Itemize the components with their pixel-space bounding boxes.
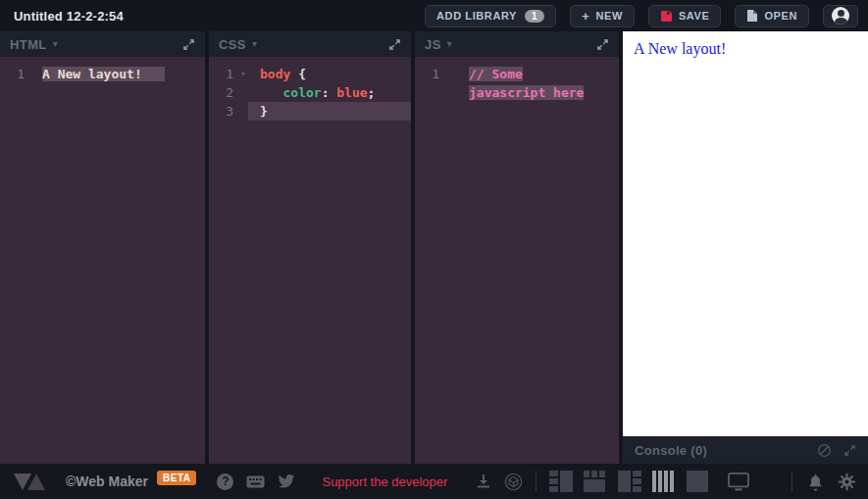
code-token: // Some [469,67,523,81]
add-library-button[interactable]: ADD LIBRARY 1 [425,5,556,27]
fold-caret-icon[interactable]: ▾ [238,65,248,83]
code-text: } [248,102,411,121]
fold-gutter [444,65,457,83]
code-token: color [282,85,321,100]
code-text: javascript here [457,83,619,102]
download-icon[interactable] [476,474,491,489]
account-button[interactable] [823,5,858,27]
library-count-badge: 1 [525,10,544,23]
bell-gear-group [807,473,856,491]
code-text: color: blue; [248,83,411,102]
code-text: body { [248,65,411,83]
code-line: 1// Some [415,65,619,83]
code-token: } [260,104,268,119]
code-token: : [322,85,337,100]
expand-pane-icon[interactable] [182,38,195,51]
beta-badge: BETA [157,471,196,485]
layout-preview-only-icon[interactable] [687,470,710,493]
css-pane: CSS ▾ 1▾body {2 color: blue;3} [209,31,411,464]
code-token: ; [368,85,376,100]
user-avatar-icon [832,7,849,25]
save-button[interactable]: SAVE [648,5,722,27]
footer-divider [791,471,792,492]
code-token: blue [336,85,367,100]
topbar: Untitled 12-2-2:54 ADD LIBRARY 1 + NEW S… [0,0,868,31]
chevron-down-icon[interactable]: ▾ [252,39,257,49]
code-token: A New layout! [42,67,142,81]
preview-iframe[interactable]: A New layout! [623,31,868,436]
save-floppy-icon [660,10,673,23]
footer-toolbar: ©Web Maker BETA ? Support the developer [0,464,868,499]
document-title[interactable]: Untitled 12-2-2:54 [14,9,124,24]
fold-gutter [444,83,457,102]
main-area: HTML ▾ 1A New layout! CSS ▾ 1▾body {2 co… [0,31,868,464]
code-line: javascript here [415,83,619,102]
code-line: 1▾body { [209,65,411,83]
console-label: Console (0) [635,443,707,458]
new-button[interactable]: + NEW [570,5,635,27]
line-number: 1 [0,65,29,83]
css-editor[interactable]: 1▾body {2 color: blue;3} [209,57,411,464]
plus-icon: + [582,9,589,24]
layout-editors-left-icon[interactable] [549,470,573,493]
help-icon[interactable]: ? [217,474,233,490]
html-pane-title[interactable]: HTML [10,37,47,52]
layout-mode-group [549,470,750,493]
footer-right-group [791,471,856,492]
css-pane-title[interactable]: CSS [219,37,246,52]
css-pane-header: CSS ▾ [209,31,411,57]
expand-pane-icon[interactable] [388,38,401,51]
twitter-icon[interactable] [278,474,295,489]
code-line: 3} [209,102,411,121]
chevron-down-icon[interactable]: ▾ [447,39,452,49]
open-button[interactable]: OPEN [735,5,809,27]
line-number: 2 [209,83,238,102]
layout-editors-right-icon[interactable] [618,470,641,493]
line-number: 1 [209,65,238,83]
code-token: javascript here [469,85,584,100]
codepen-icon[interactable] [504,473,523,491]
preview-column: A New layout! Console (0) [623,31,868,464]
open-label: OPEN [764,10,797,22]
console-bar[interactable]: Console (0) [623,436,868,464]
code-line: 1A New layout! [0,65,205,83]
chevron-down-icon[interactable]: ▾ [53,39,58,49]
expand-console-icon[interactable] [843,444,856,457]
preview-rendered-text: A New layout! [634,40,857,58]
fold-gutter [238,83,248,102]
line-number [415,83,444,102]
console-icons [817,443,856,458]
web-maker-logo [12,471,53,492]
keyboard-shortcuts-icon[interactable] [246,475,265,488]
code-token [260,85,282,100]
detached-preview-icon[interactable] [727,472,750,491]
html-pane-header: HTML ▾ [0,31,205,57]
code-text: // Some [457,65,619,83]
footer-mid-icons [476,473,523,491]
layout-editors-top-icon[interactable] [584,470,607,493]
clear-console-icon[interactable] [817,443,832,458]
settings-gear-icon[interactable] [838,473,856,491]
js-pane: JS ▾ 1// Somejavascript here [415,31,619,464]
code-text: A New layout! [30,65,205,83]
js-pane-title[interactable]: JS [425,37,441,52]
save-label: SAVE [679,10,710,22]
js-pane-header: JS ▾ [415,31,619,57]
fold-gutter [238,102,248,121]
new-label: NEW [595,10,622,22]
js-editor[interactable]: 1// Somejavascript here [415,57,619,464]
html-pane: HTML ▾ 1A New layout! [0,31,205,464]
html-editor[interactable]: 1A New layout! [0,57,205,464]
open-file-icon [746,9,758,23]
notifications-bell-icon[interactable] [807,473,824,491]
code-line: 2 color: blue; [209,83,411,102]
add-library-label: ADD LIBRARY [436,10,517,22]
layout-columns-icon[interactable] [652,470,676,493]
brand-link[interactable]: ©Web Maker [66,474,148,489]
footer-divider [536,471,536,492]
line-number: 3 [209,102,238,121]
topbar-actions: ADD LIBRARY 1 + NEW SAVE OPEN [425,5,858,27]
support-developer-link[interactable]: Support the developer [322,474,447,489]
expand-pane-icon[interactable] [596,38,609,51]
code-token [142,67,165,81]
